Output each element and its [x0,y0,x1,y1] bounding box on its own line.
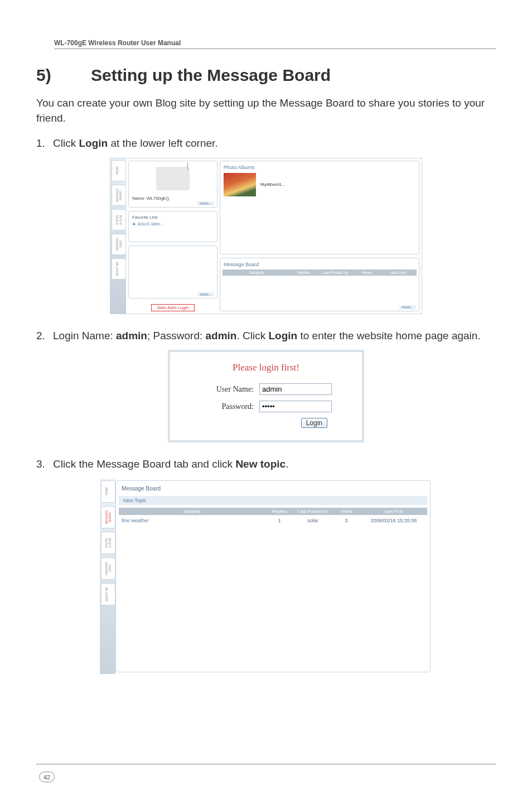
step-2: 2. Login Name: admin; Password: admin. C… [36,328,496,344]
cell-subject: fine weather [122,518,263,523]
section-number: 5) [36,66,91,85]
login-prompt-title: Please login first! [181,362,351,373]
section-heading: Setting up the Message Board [91,66,331,84]
intro-paragraph: You can create your own Blog site by set… [36,96,496,126]
photo-albums-title: Photo Albums [224,165,415,170]
password-label: Password: [181,402,259,411]
step-text: Click the Message Board tab and click Ne… [53,456,496,472]
col-views: Views [330,509,363,514]
step-1: 1. Click Login at the lower left corner. [36,136,496,151]
sidebar-tabs: HOME MESSAGE BOARD PHOTO ALBUM FAVORITE … [100,479,115,674]
footer-divider [36,764,496,764]
message-table-header: Subjects Replies Last Posted by Views La… [223,269,417,276]
new-topic-link[interactable]: New Topic [119,496,427,505]
spacer-box: more... [128,246,217,299]
message-board-title: Message Board [223,261,417,268]
screenshot-home-page: HOME MESSAGE BOARD PHOTO ALBUM FAVORITE … [110,158,422,314]
tab-photo-album[interactable]: PHOTO ALBUM [101,532,115,554]
tab-photo-album[interactable]: PHOTO ALBUM [112,209,126,230]
username-label: User Name: [181,385,259,394]
router-image [156,167,190,190]
favorite-links-box: Favorite Link ► ASUS Web... [128,211,217,242]
message-board-heading: Message Board [119,484,427,493]
section-title: 5)Setting up the Message Board [36,66,496,85]
tab-favorite-links[interactable]: FAVORITE LINKS [101,557,115,580]
col-subjects: Subjects [122,509,263,514]
tab-message-board[interactable]: MESSAGE BOARD [112,185,126,206]
cell-replies: 1 [263,518,296,523]
page-number: 42 [39,772,55,782]
tab-about-me[interactable]: ABOUT ME [101,583,115,605]
col-last-post: Last Post [363,509,424,514]
favorite-link-item[interactable]: ► ASUS Web... [132,222,214,227]
tab-favorite-links[interactable]: FAVORITE LINKS [112,234,126,255]
more-link[interactable]: more... [197,201,214,205]
table-row[interactable]: fine weather 1 solar 3 2006/02/16 15:35:… [119,515,427,526]
col-last-posted-by: Last Posted by [320,271,351,275]
tab-about-me[interactable]: ABOUT ME [112,258,126,280]
step-number: 3. [36,456,53,472]
cell-views: 3 [330,518,363,523]
favorite-title: Favorite Link [132,215,214,220]
device-info-box: Name: WL700gE() more... [128,161,217,208]
tab-home[interactable]: HOME [112,160,126,181]
step-text: Click Login at the lower left corner. [53,136,496,151]
step-text: Login Name: admin; Password: admin. Clic… [53,328,496,344]
step-number: 2. [36,328,53,344]
table-header: Subjects Replies Last Posted by Views La… [119,508,427,515]
sidebar-tabs: HOME MESSAGE BOARD PHOTO ALBUM FAVORITE … [110,158,126,314]
cell-posted-by: solar [296,518,330,523]
photo-albums-box: Photo Albums MyAlbum1... [220,161,419,254]
cell-last-post: 2006/02/16 15:35:08 [363,518,424,523]
col-last-post: Last Post [383,271,414,275]
tab-message-board[interactable]: MESSAGE BOARD [101,506,115,528]
more-link[interactable]: more... [399,305,416,309]
more-link[interactable]: more... [197,292,214,296]
album-label: MyAlbum1... [260,182,285,187]
col-subjects: Subjects [225,271,288,275]
screenshot-login-dialog: Please login first! User Name: Password:… [168,350,364,442]
web-admin-login-button[interactable]: Web Adm Login [151,304,195,311]
album-thumbnail[interactable] [224,173,256,196]
manual-header: WL-700gE Wireless Router User Manual [54,39,496,49]
login-button[interactable]: Login [301,418,327,428]
col-last-posted-by: Last Posted by [296,509,330,514]
step-3: 3. Click the Message Board tab and click… [36,456,496,472]
step-number: 1. [36,136,53,151]
device-name: Name: WL700gE() [132,196,214,201]
username-input[interactable] [259,383,332,395]
col-replies: Replies [263,509,296,514]
col-views: Views [351,271,382,275]
screenshot-message-board: HOME MESSAGE BOARD PHOTO ALBUM FAVORITE … [100,479,432,674]
col-replies: Replies [288,271,320,275]
tab-home[interactable]: HOME [101,480,115,503]
message-board-box: Message Board Subjects Replies Last Post… [220,258,419,311]
password-input[interactable] [259,401,332,412]
